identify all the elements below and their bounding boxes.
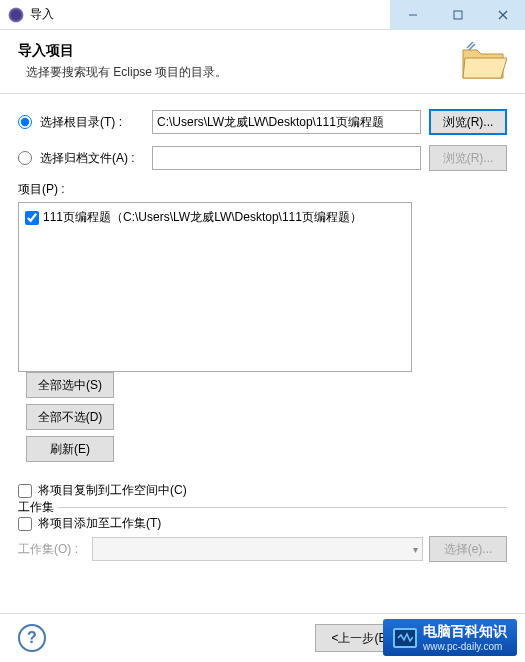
refresh-button[interactable]: 刷新(E) bbox=[26, 436, 114, 462]
root-dir-label: 选择根目录(T) : bbox=[40, 114, 144, 131]
browse-archive-button[interactable]: 浏览(R)... bbox=[429, 145, 507, 171]
add-ws-checkbox[interactable] bbox=[18, 517, 32, 531]
maximize-button[interactable] bbox=[435, 0, 480, 30]
project-label: 111页编程题（C:\Users\LW龙威LW\Desktop\111页编程题） bbox=[43, 209, 362, 226]
archive-label: 选择归档文件(A) : bbox=[40, 150, 144, 167]
root-dir-input[interactable] bbox=[152, 110, 421, 134]
copy-checkbox[interactable] bbox=[18, 484, 32, 498]
side-buttons: 全部选中(S) 全部不选(D) 刷新(E) bbox=[26, 372, 114, 462]
select-all-button[interactable]: 全部选中(S) bbox=[26, 372, 114, 398]
eclipse-icon bbox=[8, 7, 24, 23]
project-checkbox[interactable] bbox=[25, 211, 39, 225]
ws-select-row: 工作集(O) : ▾ 选择(e)... bbox=[18, 536, 507, 562]
projects-listbox[interactable]: 111页编程题（C:\Users\LW龙威LW\Desktop\111页编程题） bbox=[18, 202, 412, 372]
help-button[interactable]: ? bbox=[18, 624, 46, 652]
list-item[interactable]: 111页编程题（C:\Users\LW龙威LW\Desktop\111页编程题） bbox=[25, 209, 405, 226]
banner: 导入项目 选择要搜索现有 Eclipse 项目的目录。 bbox=[0, 30, 525, 94]
titlebar: 导入 bbox=[0, 0, 525, 30]
window-controls bbox=[390, 0, 525, 30]
ws-select-button[interactable]: 选择(e)... bbox=[429, 536, 507, 562]
watermark-title: 电脑百科知识 bbox=[423, 623, 507, 639]
archive-input[interactable] bbox=[152, 146, 421, 170]
projects-label: 项目(P) : bbox=[18, 181, 507, 198]
copy-row: 将项目复制到工作空间中(C) bbox=[18, 482, 507, 499]
deselect-all-button[interactable]: 全部不选(D) bbox=[26, 404, 114, 430]
archive-radio[interactable] bbox=[18, 151, 32, 165]
svg-rect-1 bbox=[454, 11, 462, 19]
watermark-url: www.pc-daily.com bbox=[423, 641, 507, 652]
root-dir-radio[interactable] bbox=[18, 115, 32, 129]
add-ws-label: 将项目添加至工作集(T) bbox=[38, 515, 161, 532]
root-dir-row: 选择根目录(T) : 浏览(R)... bbox=[18, 109, 507, 135]
add-ws-row: 将项目添加至工作集(T) bbox=[18, 515, 507, 532]
archive-row: 选择归档文件(A) : 浏览(R)... bbox=[18, 145, 507, 171]
monitor-icon bbox=[393, 628, 417, 648]
watermark: 电脑百科知识 www.pc-daily.com bbox=[383, 619, 517, 656]
page-subtitle: 选择要搜索现有 Eclipse 项目的目录。 bbox=[26, 64, 507, 81]
ws-label: 工作集(O) : bbox=[18, 541, 86, 558]
page-title: 导入项目 bbox=[18, 42, 507, 60]
folder-icon bbox=[459, 40, 507, 82]
browse-root-button[interactable]: 浏览(R)... bbox=[429, 109, 507, 135]
workingset-fieldset: 工作集 将项目添加至工作集(T) 工作集(O) : ▾ 选择(e)... bbox=[18, 507, 507, 562]
copy-label: 将项目复制到工作空间中(C) bbox=[38, 482, 187, 499]
workingset-legend: 工作集 bbox=[18, 499, 58, 516]
content-area: 选择根目录(T) : 浏览(R)... 选择归档文件(A) : 浏览(R)...… bbox=[0, 94, 525, 577]
ws-combo: ▾ bbox=[92, 537, 423, 561]
window-title: 导入 bbox=[30, 6, 390, 23]
chevron-down-icon: ▾ bbox=[413, 544, 418, 555]
minimize-button[interactable] bbox=[390, 0, 435, 30]
close-button[interactable] bbox=[480, 0, 525, 30]
